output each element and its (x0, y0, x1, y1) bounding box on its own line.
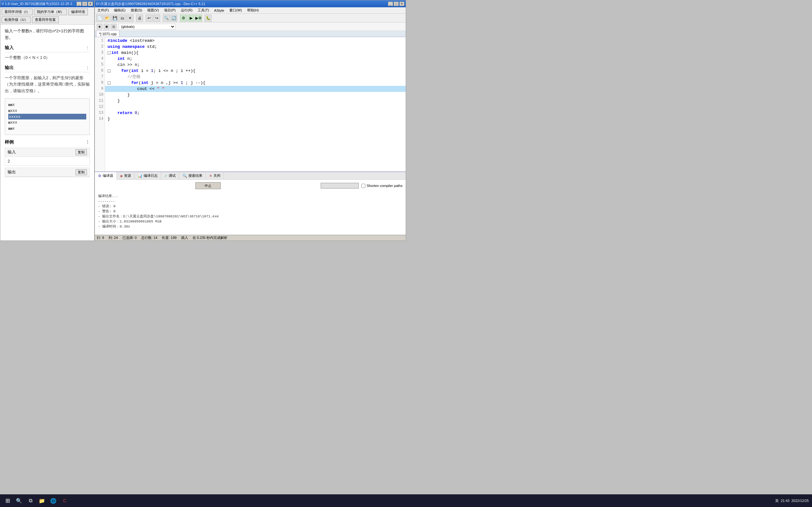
undo-btn[interactable]: ↩ (146, 14, 153, 21)
code-line-14: } (105, 116, 406, 122)
sample-input-header: 输入 复制 (5, 148, 90, 157)
bottom-tabs: ⚙ 编译器 ◈ 资源 📊 编译日志 ✓ 调试 🔍 搜索结果 (95, 172, 406, 180)
code-line-6: - for(int i = 1; i <= n ; i ++){ (105, 68, 406, 74)
copy-input-button[interactable]: 复制 (75, 149, 87, 155)
shorten-check: Shorten compiler paths (361, 184, 403, 188)
status-total: 总行数: 14 (141, 235, 157, 240)
menu-view[interactable]: 视图(V) (145, 7, 161, 14)
resources-tab-icon: ◈ (120, 174, 123, 178)
open-file-btn[interactable]: 📂 (104, 14, 111, 21)
example-menu-icon[interactable]: ⋮ (85, 139, 90, 145)
code-content[interactable]: #include <iostream> using namespace std;… (105, 37, 406, 171)
code-line-3: -int main(){ (105, 50, 406, 56)
right-close-button[interactable]: ✕ (399, 2, 404, 6)
compiler-line-sep: -------- (98, 199, 403, 204)
compiler-line-errors: - 错误: 0 (98, 204, 403, 209)
scope-icon-2[interactable]: ◉ (104, 24, 109, 30)
save-btn[interactable]: 💾 (111, 14, 118, 21)
code-editor[interactable]: 1 2 3 4 5 6 7 8 9 10 11 12 13 14 #includ… (95, 37, 406, 171)
copy-output-button[interactable]: 复制 (75, 169, 87, 175)
scope-icon-3[interactable]: ◎ (111, 24, 116, 30)
upgrade-button[interactable]: 检测升级（U） (2, 16, 31, 23)
left-content: 输入一个整数n，请打印出n*2+1行的字符图形。 输入 ⋮ 一个整数（0 < N… (0, 25, 94, 240)
code-line-5: cin >> n; (105, 62, 406, 68)
new-file-btn[interactable]: 📄 (96, 14, 103, 21)
left-title-bar: V 1.6 User_ID:36716(测试账号)/2022-12-25 21:… (0, 0, 94, 7)
tab-resources[interactable]: ◈ 资源 (117, 172, 135, 180)
status-length: 长度: 199 (162, 235, 176, 240)
menu-help[interactable]: 帮助(H) (245, 7, 261, 14)
close-file-btn[interactable]: ✕ (126, 14, 134, 21)
progress-bar (321, 183, 359, 188)
scope-dropdown[interactable]: (globals) (118, 24, 175, 30)
menu-edit[interactable]: 编辑(E) (111, 7, 128, 14)
view-answers-button[interactable]: 查看同学答案 (32, 16, 59, 23)
right-window-controls: _ □ ✕ (388, 2, 404, 6)
input-menu-icon[interactable]: ⋮ (85, 45, 90, 50)
menu-run[interactable]: 运行(R) (178, 7, 195, 14)
code-line-8: - for(int j = n ,j >= 1 ; j --){ (105, 80, 406, 86)
tab-search-results[interactable]: 🔍 搜索结果 (179, 172, 206, 180)
debug-tab-label: 调试 (169, 173, 176, 178)
compiler-tab-label: 编译器 (103, 173, 113, 178)
search-tab-icon: 🔍 (183, 174, 187, 178)
file-tab-1071[interactable]: *] 1071.cpp (96, 31, 119, 37)
maximize-button[interactable]: □ (82, 2, 87, 6)
tab-close[interactable]: ✕ 关闭 (206, 172, 224, 180)
right-maximize-button[interactable]: □ (394, 2, 399, 6)
output-title: 输出 (5, 65, 14, 71)
menu-bar: 文件(F) 编辑(E) 搜索(S) 视图(V) 项目(P) 运行(R) 工具(T… (95, 7, 406, 14)
right-window-title: D:\天翼云盘同步盘\19907086281\NOI\36716\1071.cp… (96, 2, 388, 6)
menu-project[interactable]: 项目(P) (161, 7, 178, 14)
menu-tools[interactable]: 工具(T) (195, 7, 212, 14)
status-insert: 插入 (181, 235, 188, 240)
abort-button[interactable]: 中止 (195, 182, 221, 189)
menu-file[interactable]: 文件(F) (95, 7, 111, 14)
status-bar: 行: 9 列: 24 已选择: 0 总行数: 14 长度: 199 插入 在 0… (95, 235, 406, 240)
run-btn[interactable]: ▶ (188, 14, 194, 21)
redo-btn[interactable]: ↪ (153, 14, 160, 21)
fold-3[interactable]: - (107, 51, 111, 55)
find-btn[interactable]: 🔍 (163, 14, 170, 21)
file-tabs-bar: *] 1071.cpp (95, 31, 406, 37)
scope-icon-1[interactable]: ◈ (97, 24, 102, 30)
tab-debug[interactable]: ✓ 调试 (161, 172, 179, 180)
save-all-btn[interactable]: 🗂 (119, 14, 126, 21)
close-tab-icon: ✕ (209, 174, 212, 178)
menu-astyle[interactable]: AStyle (212, 7, 227, 14)
fold-8[interactable]: - (107, 81, 111, 84)
debug-tab-icon: ✓ (164, 174, 167, 178)
example-title-row: 样例 ⋮ (5, 139, 90, 145)
tab-compile-log[interactable]: 📊 编译日志 (135, 172, 161, 180)
compile-run-btn[interactable]: ▶⚙ (195, 14, 202, 21)
right-minimize-button[interactable]: _ (388, 2, 393, 6)
scope-toolbar: ◈ ◉ ◎ (globals) (95, 22, 406, 31)
output-menu-icon[interactable]: ⋮ (85, 65, 90, 70)
bottom-panel: ⚙ 编译器 ◈ 资源 📊 编译日志 ✓ 调试 🔍 搜索结果 (95, 171, 406, 235)
compiler-line-output-file: - 输出文件名：D:\天翼云盘同步盘\19907086281\NOI\36716… (98, 214, 403, 219)
status-selected: 已选择: 0 (122, 235, 137, 240)
replace-btn[interactable]: 🔄 (170, 14, 177, 21)
menu-window[interactable]: 窗口(W) (227, 7, 245, 14)
shorten-checkbox[interactable] (361, 184, 365, 188)
view-detail-button[interactable]: 看同学详情（I） (2, 9, 33, 15)
study-list-button[interactable]: 我的学习单（M） (34, 9, 67, 15)
compile-btn[interactable]: ⚙ (180, 14, 187, 21)
output-section-header: 输出 ⋮ (5, 65, 90, 72)
left-window: V 1.6 User_ID:36716(测试账号)/2022-12-25 21:… (0, 0, 95, 241)
compile-env-button[interactable]: 编译环境 (68, 9, 88, 15)
tab-compiler[interactable]: ⚙ 编译器 (95, 172, 117, 180)
menu-search[interactable]: 搜索(S) (128, 7, 145, 14)
fold-6[interactable]: - (107, 69, 111, 72)
input-description: 一个整数（0 < N < 1 0） (5, 55, 90, 60)
right-window: D:\天翼云盘同步盘\19907086281\NOI\36716\1071.cp… (95, 0, 406, 241)
minimize-button[interactable]: _ (77, 2, 82, 6)
close-button[interactable]: ✕ (88, 2, 93, 6)
code-line-10: } (105, 92, 406, 98)
left-window-controls: _ □ ✕ (77, 2, 93, 6)
print-btn[interactable]: 🖨 (136, 14, 143, 21)
compiler-line-title: 编译结果... (98, 193, 403, 199)
diagram-row-5: ■■x (8, 125, 86, 131)
sample-input-value: 2 (5, 157, 90, 165)
debug-btn[interactable]: 🐛 (205, 14, 212, 21)
